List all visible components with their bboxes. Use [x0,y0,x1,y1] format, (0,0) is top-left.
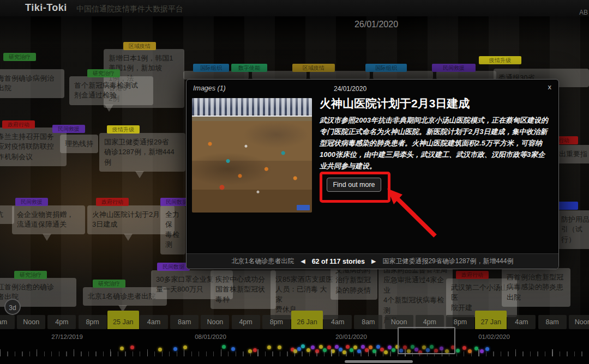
image-buildings [192,98,312,117]
story-body: 武汉市参照2003年抗击非典期间北京小汤山医院模式，正在蔡甸区建设的专门医院正式… [320,114,551,172]
category-badge: 区域疫情 [292,64,335,72]
next-story-link[interactable]: 国家卫健委通报29省确诊1287例，新增444例 [382,257,513,266]
minimap-event-dot [335,345,339,349]
minimap-view-window[interactable] [398,327,455,354]
event-card[interactable]: 全力保毒检测 [160,205,185,254]
event-card[interactable] [373,71,433,80]
minimap-date-label: 20/01/2020 [335,333,367,340]
minimap-event-dot [376,345,380,349]
story-counter: 62 of 117 stories [312,258,365,265]
minimap-event-dot [301,344,305,348]
event-card[interactable] [436,71,496,80]
minimap-ruler-minor [0,351,589,356]
horizontal-scrollbar[interactable] [345,360,413,363]
story-date: 24/01/2020 [334,85,366,93]
event-card[interactable]: 首个新冠病毒检测试剂盒通过检验 [69,76,153,105]
event-card[interactable]: 出重要指 [554,145,589,163]
axis-time-label: 8pm [79,315,107,329]
axis-time-label: 8am [354,315,382,329]
category-badge: 民间数据 [157,263,190,271]
minimap-event-dot [327,345,331,349]
axis-time-label: 4am [140,315,168,329]
app-logo[interactable]: Tiki-Toki [25,2,67,14]
minimap-event-dot [361,345,365,349]
top-bar: Tiki-Toki 中国信通院疫情事件大数据平台 [0,0,589,16]
axis-time-label: 4am [507,315,536,329]
story-image[interactable] [192,98,312,213]
card-tail [105,105,113,112]
axis-time-label: 8pm [262,315,291,329]
minimap[interactable]: 27/12/201908/01/202020/01/202001/02/2020 [0,329,589,364]
axis-time-label: 4am [323,315,352,329]
event-card[interactable]: 防护用品引（试行） [556,210,589,249]
app-title: 中国信通院疫情事件大数据平台 [76,4,183,14]
event-card[interactable]: 疾控中心成功分国首株新型冠状毒种 [211,270,276,309]
event-card[interactable] [310,71,370,80]
minimap-event-dot [267,345,271,349]
category-badge: 民间救援 [15,198,48,206]
category-badge: 民间救援 [52,125,85,133]
annotation-highlight-box [320,172,390,203]
event-card[interactable] [252,71,306,80]
axis-time-label: 8am [0,315,15,329]
next-arrow-icon[interactable]: ▶ [371,258,376,265]
prev-arrow-icon[interactable]: ◀ [300,258,305,265]
axis-time-label: 8am [538,315,567,329]
minimap-event-dot [311,345,315,349]
category-badge: 政府行动 [96,198,129,206]
axis-time-label: Noon [569,315,589,329]
minimap-event-dot [388,345,392,349]
card-tail [43,234,51,241]
category-badge: 国际组织 [365,64,407,72]
event-card[interactable]: 西首例治愈新型冠病毒感染的肺炎患出院 [502,268,570,307]
category-badge: 国际组织 [193,64,229,72]
axis-time-label: 4pm [47,315,76,329]
minimap-date-label: 27/12/2019 [51,333,83,340]
category-badge: 政府行动 [456,271,489,279]
event-card[interactable]: 会企业物资捐赠，流通道保障通关 [12,205,85,234]
category-badge: 政府行动 [2,120,35,129]
minimap-date-label: 01/02/2020 [478,333,510,340]
modal-footer: 北京1名确诊患者出院 ◀ 62 of 117 stories ▶ 国家卫健委通报… [187,253,558,269]
category-badge: 疫情升级 [107,125,140,134]
category-badge: 数字使能 [231,64,267,72]
event-card[interactable]: 春兰主持召开国务应对疫情联防联控作机制会议 [0,128,67,166]
story-modal: Images (1) 24/01/2020 x 火神山医院计划于2月3日建成 武… [186,79,559,269]
minimap-event-dot [130,345,134,349]
minimap-event-dot [346,345,350,349]
minimap-event-dot [278,345,281,349]
zoom-level-badge[interactable]: 3d [4,299,21,315]
category-badge: 民间救援 [432,64,476,72]
axis-time-label: 4pm [232,315,260,329]
card-tail [135,171,144,178]
category-badge: 疫情升级 [479,56,521,64]
prev-story-link[interactable]: 北京1名确诊患者出院 [232,257,294,266]
timeline-app: Tiki-Toki 中国信通院疫情事件大数据平台 AB 26/01/2020 国… [0,0,589,364]
minimap-event-dot [353,345,357,349]
axis-time-label: Noon [17,315,45,329]
category-badge: 研究治疗 [3,53,36,61]
event-card[interactable]: 理热线持 [60,135,98,153]
category-badge: 区域疫情 [123,42,156,50]
event-card[interactable]: 海首例确诊病例治出院 [0,69,64,98]
close-icon[interactable]: x [548,83,552,91]
axis-time-label: Noon [201,315,229,329]
minimap-event-dot [319,345,323,349]
event-card[interactable] [183,71,249,80]
category-badge: 研究治疗 [14,271,47,279]
axis-time-label: 8am [170,315,199,329]
current-date-header: 26/01/2020 [338,20,414,29]
category-badge: 研究治疗 [87,69,120,77]
images-count-label[interactable]: Images (1) [193,84,226,92]
minimap-date-label: 08/01/2020 [195,333,226,340]
top-right-text: AB [579,9,588,16]
event-card[interactable]: 国家卫健委通报29省确诊1287例，新增444例 [99,133,185,172]
category-badge: 研究治疗 [93,280,125,288]
minimap-event-dot [369,345,372,349]
minimap-event-dot [222,345,226,349]
card-tail [124,234,133,241]
image-watermark [297,205,310,210]
story-title: 火神山医院计划于2月3日建成 [320,96,552,111]
minimap-event-dot [183,345,187,349]
